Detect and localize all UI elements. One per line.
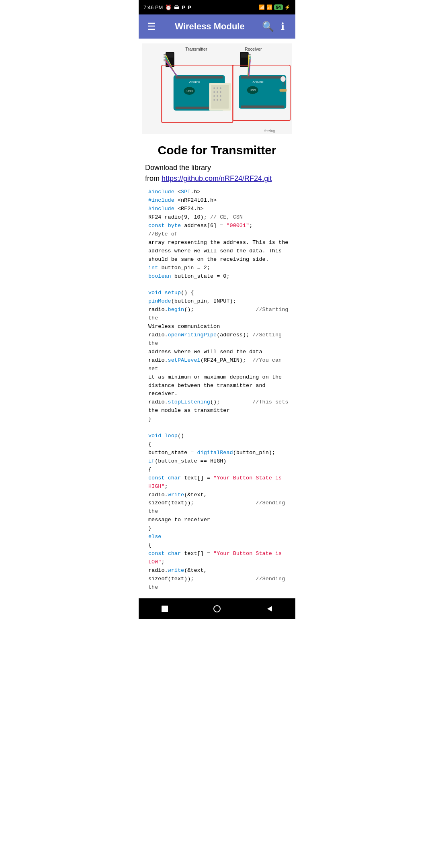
- svg-point-27: [213, 87, 215, 89]
- code-block: #include <SPI.h> #include <nRF24L01.h> #…: [139, 185, 295, 598]
- parking-icon2: P: [188, 4, 191, 10]
- alarm-icon: ⏰: [165, 4, 172, 10]
- svg-point-31: [217, 91, 218, 93]
- time-label: 7:46 PM: [143, 4, 163, 10]
- search-button[interactable]: 🔍: [261, 21, 275, 32]
- info-button[interactable]: ℹ: [275, 21, 290, 32]
- notification-icon: 🏔: [174, 4, 179, 10]
- signal-icon: 📶: [259, 4, 265, 10]
- wiring-diagram: Transmitter Receiver: [142, 43, 292, 136]
- library-line2-prefix: from: [145, 174, 162, 182]
- svg-point-36: [213, 99, 215, 101]
- app-bar: ☰ Wireless Module 🔍 ℹ: [139, 14, 295, 39]
- stop-button[interactable]: [156, 600, 174, 618]
- page-title: Wireless Module: [159, 21, 261, 32]
- status-bar: 7:46 PM ⏰ 🏔 P P 📶 📶 94 ⚡: [139, 0, 295, 14]
- battery-label: 94: [274, 4, 283, 10]
- svg-rect-49: [241, 106, 284, 108]
- svg-rect-48: [241, 76, 284, 79]
- svg-text:UNO: UNO: [186, 90, 193, 92]
- svg-point-50: [280, 76, 285, 82]
- svg-point-33: [213, 95, 215, 97]
- svg-point-35: [220, 95, 221, 97]
- library-line1: Download the library: [145, 164, 211, 172]
- home-button[interactable]: [208, 600, 226, 618]
- svg-rect-11: [241, 53, 248, 58]
- svg-point-30: [213, 91, 215, 93]
- svg-text:Arduino: Arduino: [189, 80, 201, 84]
- svg-text:Arduino: Arduino: [253, 80, 264, 84]
- signal-icon2: 📶: [266, 4, 272, 10]
- svg-point-63: [214, 606, 220, 612]
- code-include1: #include: [148, 189, 174, 195]
- svg-text:Receiver: Receiver: [245, 47, 262, 51]
- svg-point-29: [220, 87, 221, 89]
- svg-rect-7: [164, 57, 166, 58]
- back-button[interactable]: [260, 600, 278, 618]
- svg-point-34: [217, 95, 218, 97]
- svg-rect-9: [164, 60, 166, 61]
- svg-text:UNO: UNO: [250, 89, 256, 92]
- menu-button[interactable]: ☰: [144, 21, 159, 32]
- parking-icon: P: [182, 4, 185, 10]
- svg-rect-4: [166, 53, 174, 58]
- svg-point-38: [220, 99, 221, 101]
- section-heading: Code for Transmitter: [139, 137, 295, 161]
- svg-rect-5: [164, 54, 166, 55]
- svg-point-37: [217, 99, 218, 101]
- svg-marker-64: [267, 606, 272, 612]
- status-right: 📶 📶 94 ⚡: [259, 4, 291, 10]
- svg-text:Transmitter: Transmitter: [185, 47, 207, 51]
- svg-point-32: [220, 91, 221, 93]
- diagram-container: Transmitter Receiver: [139, 39, 295, 137]
- battery-charge-icon: ⚡: [285, 4, 291, 10]
- svg-rect-53: [279, 89, 287, 92]
- bottom-nav: [139, 598, 295, 619]
- svg-point-28: [217, 87, 218, 89]
- svg-rect-8: [164, 59, 166, 59]
- library-text: Download the library from https://github…: [139, 161, 295, 185]
- main-content: Transmitter Receiver: [139, 39, 295, 598]
- svg-rect-62: [162, 606, 168, 612]
- svg-rect-6: [164, 56, 166, 57]
- library-link[interactable]: https://github.com/nRF24/RF24.git: [162, 174, 272, 182]
- svg-text:fritzing: fritzing: [264, 129, 275, 133]
- svg-rect-23: [176, 76, 223, 79]
- svg-rect-12: [249, 54, 251, 55]
- status-left: 7:46 PM ⏰ 🏔 P P: [143, 4, 191, 10]
